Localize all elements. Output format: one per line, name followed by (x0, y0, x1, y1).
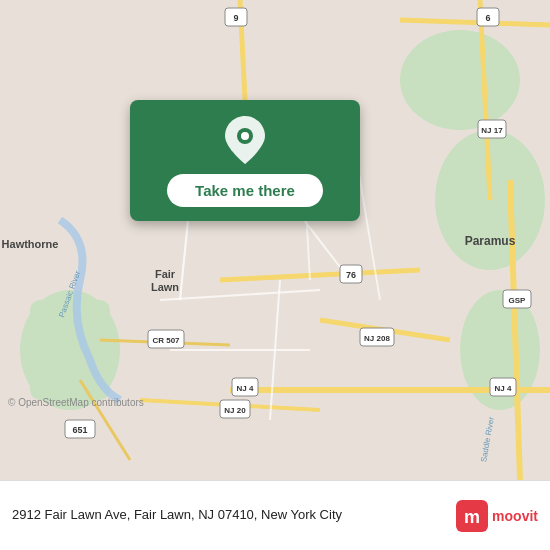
svg-text:NJ 4: NJ 4 (237, 384, 254, 393)
moovit-icon: m (456, 500, 488, 532)
svg-text:Fair: Fair (155, 268, 176, 280)
svg-text:9: 9 (233, 13, 238, 23)
copyright-text: © OpenStreetMap contributors (8, 397, 144, 408)
take-me-there-button[interactable]: Take me there (167, 174, 323, 207)
bottom-bar: 2912 Fair Lawn Ave, Fair Lawn, NJ 07410,… (0, 480, 550, 550)
moovit-label: moovit (492, 508, 538, 524)
svg-text:GSP: GSP (509, 296, 527, 305)
svg-text:NJ 208: NJ 208 (364, 334, 390, 343)
svg-point-56 (241, 132, 249, 140)
svg-text:CR 507: CR 507 (152, 336, 180, 345)
location-pin-icon (225, 116, 265, 164)
svg-text:NJ 4: NJ 4 (495, 384, 512, 393)
svg-text:NJ 17: NJ 17 (481, 126, 503, 135)
moovit-logo[interactable]: m moovit (456, 500, 538, 532)
svg-text:6: 6 (485, 13, 490, 23)
svg-text:m: m (464, 507, 480, 527)
svg-text:651: 651 (72, 425, 87, 435)
map-container: 9 6 NJ 17 76 NJ 208 NJ 4 NJ 4 NJ 20 CR 5… (0, 0, 550, 480)
address-text: 2912 Fair Lawn Ave, Fair Lawn, NJ 07410,… (12, 506, 456, 524)
popup-card: Take me there (130, 100, 360, 221)
svg-text:Lawn: Lawn (151, 281, 179, 293)
svg-text:NJ 20: NJ 20 (224, 406, 246, 415)
svg-text:76: 76 (346, 270, 356, 280)
svg-point-1 (400, 30, 520, 130)
map-background: 9 6 NJ 17 76 NJ 208 NJ 4 NJ 4 NJ 20 CR 5… (0, 0, 550, 480)
svg-text:Hawthorne: Hawthorne (2, 238, 59, 250)
svg-text:Paramus: Paramus (465, 234, 516, 248)
